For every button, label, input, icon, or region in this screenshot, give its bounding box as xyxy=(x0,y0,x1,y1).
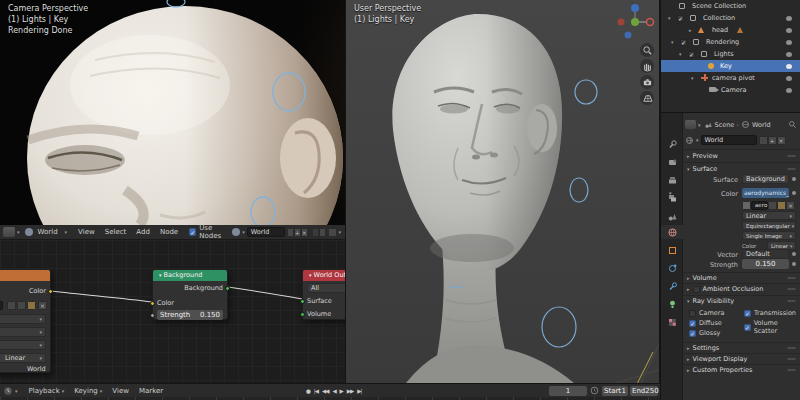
frame-start-field[interactable]: Start 1 xyxy=(602,386,628,396)
previous-keyframe-button[interactable]: ◀◀ xyxy=(320,388,330,394)
image-icon[interactable] xyxy=(742,201,751,210)
world-datablock-name[interactable]: World xyxy=(247,227,285,237)
panel-ambient-occlusion[interactable]: ▸ Ambient Occlusion xyxy=(687,285,763,293)
surface-dropdown[interactable]: Background xyxy=(742,174,789,184)
menu-select[interactable]: Select xyxy=(100,228,132,236)
tab-world-active[interactable] xyxy=(661,225,683,239)
projection-dropdown[interactable]: Equirectangular▾ xyxy=(742,221,796,230)
unlink-datablock-icon[interactable]: × xyxy=(777,136,786,145)
new-datablock-icon[interactable]: + xyxy=(768,136,777,145)
menu-keying[interactable]: Keying▾ xyxy=(69,387,107,395)
record-button[interactable]: ● xyxy=(304,388,312,394)
tab-texture[interactable] xyxy=(665,315,680,329)
image-name-field[interactable] xyxy=(0,301,3,310)
color-texture-field[interactable]: aerodynamics_wo.. xyxy=(742,188,789,198)
interpolation-dropdown[interactable]: ▾ xyxy=(0,314,46,324)
animate-dot[interactable] xyxy=(792,262,796,266)
node-header[interactable]: ▾ World Output xyxy=(303,270,345,281)
frame-end-field[interactable]: End 250 xyxy=(630,386,658,396)
zoom-button[interactable] xyxy=(640,43,654,57)
source-dropdown[interactable]: ▾ xyxy=(0,340,46,350)
source-dropdown[interactable]: Single Image▾ xyxy=(742,231,796,240)
strength-field[interactable]: 0.150 xyxy=(742,259,789,269)
properties-editor-icon[interactable] xyxy=(685,120,696,129)
hide-eye-icon[interactable] xyxy=(786,88,792,93)
socket-volume-input[interactable] xyxy=(300,312,305,317)
animate-dot[interactable] xyxy=(792,191,796,195)
node-header[interactable]: aerodynamics_workshop_2k.hdr xyxy=(0,270,50,281)
fake-user-icon[interactable] xyxy=(287,228,294,237)
jump-to-start-button[interactable]: |◀ xyxy=(312,388,320,394)
interpolation-dropdown[interactable]: Linear▾ xyxy=(742,211,796,220)
panel-volume[interactable]: ▸Volume xyxy=(687,274,717,282)
expand-icon[interactable]: ▾ xyxy=(679,51,682,57)
copy-datablock-icon[interactable] xyxy=(17,301,26,310)
light-gizmo-circle[interactable] xyxy=(575,80,597,104)
perspective-toggle-button[interactable] xyxy=(640,91,654,105)
move-view-button[interactable] xyxy=(640,59,654,73)
breadcrumb-world[interactable]: World xyxy=(752,121,771,129)
camera-view-button[interactable] xyxy=(640,75,654,89)
panel-drag-icon[interactable]: == xyxy=(787,344,795,351)
tab-render[interactable] xyxy=(665,155,680,169)
panel-settings[interactable]: ▸Settings xyxy=(687,344,719,352)
image-name[interactable]: aero xyxy=(751,201,768,210)
expand-icon[interactable]: ▾ xyxy=(669,190,672,196)
menu-add[interactable]: Add xyxy=(131,228,155,236)
open-image-folder-icon[interactable] xyxy=(27,301,36,310)
unlink-icon[interactable]: × xyxy=(786,201,795,210)
tab-tool[interactable] xyxy=(665,137,680,151)
colorspace-dropdown[interactable]: Linear ▾ xyxy=(0,353,46,363)
shader-node-canvas[interactable]: aerodynamics_workshop_2k.hdr Color × ▾ ▾… xyxy=(0,240,345,383)
axis-navigation-gizmo[interactable] xyxy=(613,1,657,41)
render-viewport[interactable]: Camera Perspective (1) Lights | Key Rend… xyxy=(0,0,345,225)
outliner-row-lights[interactable]: ▾ ✓ Lights xyxy=(661,48,800,60)
ray-glossy-toggle[interactable]: ✓Glossy xyxy=(689,329,720,337)
tab-scene[interactable] xyxy=(665,209,680,223)
menu-view[interactable]: View xyxy=(107,387,134,395)
play-reverse-button[interactable]: ◀ xyxy=(330,388,337,394)
collapse-icon[interactable]: ▾ xyxy=(309,272,312,278)
node-background[interactable]: ▾ Background Background Color Strength 0… xyxy=(152,269,228,320)
panel-surface[interactable]: ▾ Surface xyxy=(687,165,717,173)
light-gizmo-circle[interactable] xyxy=(570,178,588,202)
panel-preview[interactable]: ▸ Preview xyxy=(687,152,718,160)
open-folder-icon[interactable] xyxy=(777,201,786,210)
world-name-field[interactable]: World xyxy=(701,135,757,145)
socket-color-output[interactable] xyxy=(48,289,53,294)
socket-background-output[interactable] xyxy=(225,286,230,291)
collapse-icon[interactable]: ▾ xyxy=(159,272,162,278)
expand-icon[interactable]: ▾ xyxy=(691,75,694,81)
tab-constraints[interactable] xyxy=(665,279,680,293)
tab-view-layer[interactable] xyxy=(665,191,680,205)
panel-drag-icon[interactable]: == xyxy=(787,297,795,304)
tab-physics[interactable] xyxy=(665,261,680,275)
tab-object-data[interactable] xyxy=(665,297,680,311)
hide-eye-icon[interactable] xyxy=(786,40,792,45)
collection-checkbox[interactable]: ✓ xyxy=(688,51,695,58)
editor-type-button[interactable]: ▾ xyxy=(3,386,18,396)
panel-drag-icon[interactable]: == xyxy=(787,274,795,281)
animate-dot[interactable] xyxy=(792,252,796,256)
panel-custom-properties[interactable]: ▸Custom Properties xyxy=(687,366,752,374)
collection-checkbox[interactable]: ✓ xyxy=(680,39,687,46)
outliner[interactable]: Scene Collection ▾ ✓ Collection ▸ head ▾… xyxy=(661,0,800,112)
world-datablock-browse[interactable]: ▾ xyxy=(232,228,245,236)
properties-editor[interactable]: ▾ Scene › World ▾ World + × ▸ Preview ==… xyxy=(661,113,800,400)
outliner-row-head[interactable]: ▸ head xyxy=(661,24,800,36)
light-gizmo-circle[interactable] xyxy=(542,307,576,347)
new-datablock-icon[interactable]: + xyxy=(294,228,301,237)
vector-dropdown[interactable]: Default xyxy=(742,249,789,259)
parent-node-tree-icon[interactable] xyxy=(319,228,326,237)
ray-transmission-toggle[interactable]: ✓Transmission xyxy=(744,309,796,317)
menu-node[interactable]: Node xyxy=(155,228,183,236)
hide-eye-icon[interactable] xyxy=(786,76,792,81)
hide-eye-icon[interactable] xyxy=(786,52,792,57)
projection-dropdown[interactable]: ▾ xyxy=(0,327,46,337)
expand-icon[interactable]: ▾ xyxy=(671,39,674,45)
breadcrumb-scene[interactable]: Scene xyxy=(715,121,735,129)
tab-output[interactable] xyxy=(665,173,680,187)
panel-drag-icon[interactable]: == xyxy=(787,366,795,373)
expand-icon[interactable]: ▸ xyxy=(689,27,692,33)
collection-checkbox[interactable]: ✓ xyxy=(677,15,684,22)
